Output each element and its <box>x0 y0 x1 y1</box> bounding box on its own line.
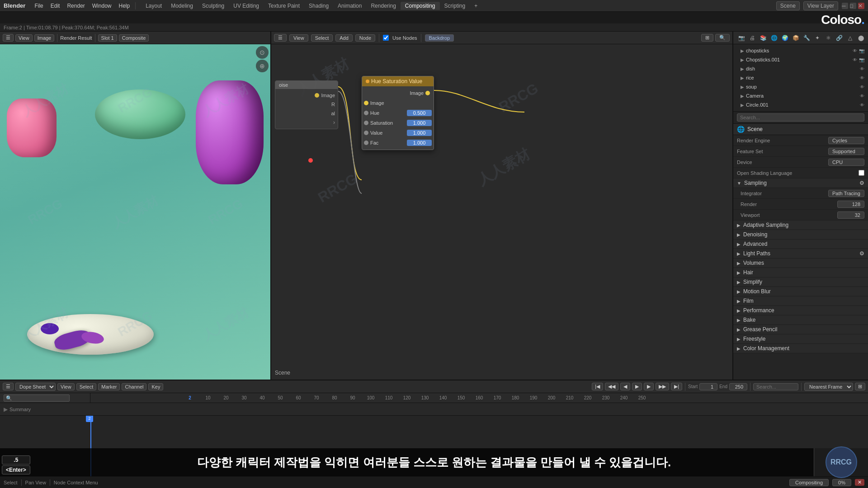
volumes-section[interactable]: ▶ Volumes <box>733 258 868 268</box>
minimize-btn[interactable]: ─ <box>842 3 848 9</box>
physics-props-icon[interactable]: ⚛ <box>824 33 833 42</box>
motion-blur-section[interactable]: ▶ Motion Blur <box>733 287 868 296</box>
tab-layout[interactable]: Layout <box>141 2 166 10</box>
close-btn[interactable]: ✕ <box>858 3 864 9</box>
timeline-channel-btn[interactable]: Channel <box>122 383 146 390</box>
render-props-icon[interactable]: 📷 <box>737 33 746 42</box>
props-search-input[interactable] <box>737 113 864 122</box>
status-close-btn[interactable]: ✕ <box>855 479 864 486</box>
backdrop-btn[interactable]: Backdrop <box>425 34 454 42</box>
device-value[interactable]: CPU <box>828 159 864 166</box>
grease-pencil-section[interactable]: ▶ Grease Pencil <box>733 325 868 334</box>
node-hsv-val-row[interactable]: Value 1.000 <box>362 128 434 138</box>
tab-shading[interactable]: Shading <box>304 2 333 10</box>
outliner-item-camera[interactable]: ▶ Camera 👁 <box>733 91 868 100</box>
node-select-btn[interactable]: Select <box>311 34 333 42</box>
interpolation-select[interactable]: Nearest Frame <box>804 383 853 391</box>
eye-icon-2[interactable]: 👁 <box>853 57 857 62</box>
node-filter-btn[interactable]: ⊞ <box>701 34 713 42</box>
tab-modeling[interactable]: Modeling <box>166 2 198 10</box>
world-props-icon[interactable]: 🌍 <box>780 33 789 42</box>
viewport-toggle-btn[interactable]: ☰ <box>3 34 14 42</box>
use-nodes-checkbox[interactable] <box>383 35 389 41</box>
render-icon[interactable]: 📷 <box>859 48 864 53</box>
data-props-icon[interactable]: △ <box>845 33 854 42</box>
nav-zoom-icon[interactable]: ⊕ <box>256 60 269 72</box>
composite-btn[interactable]: Composite <box>119 34 149 42</box>
render-samples-value[interactable]: 128 <box>837 201 864 208</box>
timeline-next-key-btn[interactable]: ▶ <box>644 383 654 390</box>
timeline-end-value[interactable]: 250 <box>729 383 747 390</box>
tab-rendering[interactable]: Rendering <box>366 2 400 10</box>
modifier-props-icon[interactable]: 🔧 <box>802 33 811 42</box>
tab-sculpting[interactable]: Sculpting <box>198 2 229 10</box>
scene-selector[interactable]: Scene <box>776 1 800 10</box>
menu-window[interactable]: Window <box>89 2 115 10</box>
timeline-toggle-btn[interactable]: ☰ <box>3 383 14 390</box>
timeline-view-btn[interactable]: View <box>57 383 75 390</box>
light-paths-section[interactable]: ▶ Light Paths ⚙ <box>733 249 868 258</box>
eye-icon-camera[interactable]: 👁 <box>860 94 864 99</box>
eye-icon-soup[interactable]: 👁 <box>860 84 864 89</box>
node-node-btn[interactable]: Node <box>355 34 375 42</box>
timeline-play-start-btn[interactable]: |◀ <box>592 383 603 390</box>
slot-select[interactable]: Slot 1 <box>98 34 117 42</box>
menu-file[interactable]: File <box>31 2 47 10</box>
osl-checkbox[interactable] <box>859 170 864 176</box>
sampling-section[interactable]: ▼ Sampling ⚙ <box>733 178 868 188</box>
node-hsv-hue-value[interactable]: 0.500 <box>407 110 432 116</box>
denoising-section[interactable]: ▶ Denoising <box>733 230 868 239</box>
render-engine-value[interactable]: Cycles <box>828 137 864 144</box>
node-hsv-fac-row[interactable]: Fac 1.000 <box>362 138 434 148</box>
color-management-section[interactable]: ▶ Color Management <box>733 344 868 353</box>
timeline-play-end-btn[interactable]: ▶| <box>671 383 682 390</box>
view-layer-selector[interactable]: View Layer <box>803 1 838 10</box>
nav-circle-icon[interactable]: ⊙ <box>256 46 269 59</box>
object-props-icon[interactable]: 📦 <box>791 33 800 42</box>
eye-icon-rice[interactable]: 👁 <box>860 75 864 80</box>
viewport-image-btn[interactable]: Image <box>34 34 55 42</box>
eye-icon[interactable]: 👁 <box>853 48 857 53</box>
adaptive-sampling-section[interactable]: ▶ Adaptive Sampling <box>733 221 868 230</box>
viewport-samples-value[interactable]: 32 <box>837 211 864 219</box>
eye-icon-dish[interactable]: 👁 <box>860 66 864 71</box>
timeline-next-btn[interactable]: ▶▶ <box>656 383 669 390</box>
performance-section[interactable]: ▶ Performance <box>733 306 868 315</box>
timeline-prev-btn[interactable]: ◀◀ <box>605 383 618 390</box>
feature-set-value[interactable]: Supported <box>828 148 864 155</box>
menu-edit[interactable]: Edit <box>47 2 64 10</box>
outliner-item-rice[interactable]: ▶ rice 👁 <box>733 73 868 82</box>
hair-section[interactable]: ▶ Hair <box>733 268 868 277</box>
tab-compositing[interactable]: Compositing <box>401 2 440 10</box>
timeline-start-value[interactable]: 1 <box>699 383 717 390</box>
node-add-btn[interactable]: Add <box>335 34 353 42</box>
outliner-item-dish[interactable]: ▶ dish 👁 <box>733 64 868 73</box>
integrator-value[interactable]: Path Tracing <box>828 190 864 197</box>
timeline-select-btn[interactable]: Select <box>76 383 97 390</box>
particle-props-icon[interactable]: ✦ <box>813 33 822 42</box>
outliner-item-chopsticks[interactable]: ▶ chopsticks 👁 📷 <box>733 46 868 55</box>
node-view-btn[interactable]: View <box>289 34 308 42</box>
tab-uv[interactable]: UV Editing <box>229 2 264 10</box>
outliner-item-chopsticks001[interactable]: ▶ Chopsticks.001 👁 📷 <box>733 55 868 64</box>
timeline-key-btn[interactable]: Key <box>148 383 163 390</box>
menu-help[interactable]: Help <box>115 2 133 10</box>
timeline-marker-btn[interactable]: Marker <box>98 383 120 390</box>
freestyle-section[interactable]: ▶ Freestyle <box>733 334 868 344</box>
node-noise[interactable]: oise Image R al › <box>275 80 338 129</box>
bake-section[interactable]: ▶ Bake <box>733 315 868 325</box>
simplify-section[interactable]: ▶ Simplify <box>733 277 868 287</box>
maximize-btn[interactable]: □ <box>850 3 856 9</box>
timeline-mode-select[interactable]: Dope Sheet <box>15 383 56 391</box>
node-hsv-sat-value[interactable]: 1.000 <box>407 120 432 126</box>
material-props-icon[interactable]: ⬤ <box>856 33 865 42</box>
view-layer-props-icon[interactable]: 📚 <box>759 33 768 42</box>
node-toggle-btn[interactable]: ☰ <box>274 34 287 42</box>
node-hsv-fac-value[interactable]: 1.000 <box>407 140 432 146</box>
advanced-section[interactable]: ▶ Advanced <box>733 239 868 249</box>
node-hsv-val-value[interactable]: 1.000 <box>407 130 432 136</box>
node-hsv-hue-row[interactable]: Hue 0.500 <box>362 108 434 118</box>
output-props-icon[interactable]: 🖨 <box>748 33 757 42</box>
constraints-props-icon[interactable]: 🔗 <box>835 33 844 42</box>
film-section[interactable]: ▶ Film <box>733 296 868 306</box>
